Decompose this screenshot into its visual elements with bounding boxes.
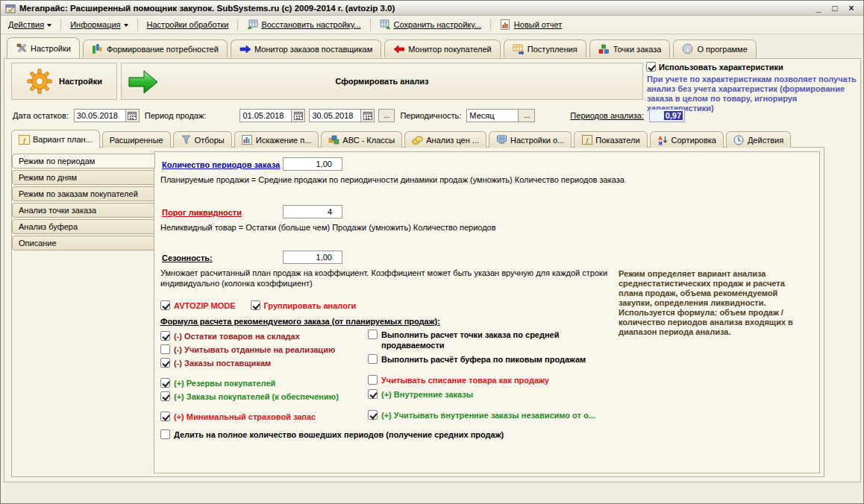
separator: [490, 19, 491, 31]
tab-about[interactable]: i О программе: [673, 40, 756, 57]
calendar-button[interactable]: [361, 109, 375, 122]
group-analogs-checkbox[interactable]: Группировать аналоги: [251, 300, 357, 311]
calendar-button[interactable]: [292, 109, 305, 122]
separator: [137, 19, 138, 31]
menu-restore-settings[interactable]: Восстановить настройку...: [244, 18, 363, 31]
stock-date-label: Дата остатков:: [11, 111, 70, 120]
safety-stock-checkbox[interactable]: (+) Минимальный страховой запас: [160, 412, 366, 422]
app-window: Мегапрайс: Расширенный помощник закупок.…: [0, 0, 864, 504]
tab-sorting[interactable]: АЯ Сортировка: [650, 131, 724, 148]
window-controls: _ □ ×: [813, 2, 860, 14]
mode-item-periods[interactable]: Режим по периодам: [12, 154, 155, 168]
tab-supplier-orders-monitor[interactable]: Монитор заказов поставщикам: [231, 40, 381, 57]
checkbox: [251, 300, 260, 310]
plan-variant-page: Режим по периодам Режим по дням Режим по…: [11, 147, 824, 477]
new-report-icon: [500, 19, 511, 30]
analysis-periods-link[interactable]: Периодов анализа:: [569, 111, 645, 120]
avtozip-mode-checkbox[interactable]: AVTOZIP MODE: [160, 300, 236, 311]
menu-save-settings[interactable]: Сохранить настройку...: [377, 18, 484, 31]
mode-description-text: Режим определяет вариант анализа среднес…: [619, 269, 799, 337]
tab-display-settings[interactable]: Настройки о...: [489, 131, 572, 148]
tab-demand-formation[interactable]: Формирование потребностей: [83, 40, 228, 57]
maximize-button[interactable]: □: [830, 2, 840, 14]
tab-extended[interactable]: Расширенные: [102, 131, 171, 148]
menu-information[interactable]: Информация: [67, 19, 131, 31]
menu-processing-settings[interactable]: Настройки обработки: [144, 19, 232, 31]
buyer-reserves-checkbox[interactable]: (+) Резервы покупателей: [160, 378, 366, 388]
info-icon: i: [682, 44, 693, 54]
order-periods-desc: Планируемые продажи = Средние продажи по…: [160, 175, 642, 186]
tab-abc-classes[interactable]: АВС - Классы: [321, 131, 402, 148]
generate-analysis-button[interactable]: Сформировать анализ: [121, 63, 643, 100]
tab-distortion[interactable]: Искажение п...: [234, 131, 319, 148]
checkbox: [160, 358, 170, 368]
mode-list: Режим по периодам Режим по дням Режим по…: [12, 154, 154, 252]
consignment-checkbox[interactable]: (-) Учитывать отданные на реализацию: [160, 344, 366, 355]
sales-period-label: Период продаж:: [143, 111, 208, 120]
internal-orders-checkbox[interactable]: (+) Внутренние заказы: [368, 389, 622, 400]
tab-plan-variant[interactable]: f Вариант план...: [11, 130, 100, 148]
sales-from-input[interactable]: [240, 109, 292, 122]
buffer-peak-checkbox[interactable]: Выполнить расчёт буфера по пиковым прода…: [368, 354, 622, 365]
tab-order-points[interactable]: Точки заказа: [589, 40, 671, 57]
tab-indicators[interactable]: f Показатели: [574, 131, 647, 148]
fx-icon: f: [19, 134, 30, 145]
tab-price-analysis[interactable]: Анализ цен ...: [404, 131, 486, 148]
seasonality-input[interactable]: 1,00: [283, 251, 342, 264]
tab-settings[interactable]: Настройки: [7, 37, 80, 58]
mode-item-days[interactable]: Режим по дням: [12, 170, 154, 185]
analysis-periods-input[interactable]: 0,97: [649, 109, 685, 122]
tab-buyers-monitor[interactable]: Монитор покупателей: [384, 40, 501, 57]
liquidity-threshold-input[interactable]: 4: [283, 205, 342, 218]
mode-item-description[interactable]: Описание: [12, 236, 154, 251]
liquidity-threshold-link[interactable]: Порог ликвидности: [162, 208, 242, 217]
internal-orders-independent-checkbox[interactable]: (+) Учитывать внутренние заказы независи…: [368, 410, 622, 420]
checkbox: [160, 429, 170, 439]
settings-button[interactable]: Настройки: [11, 63, 117, 100]
period-picker-button[interactable]: ...: [378, 109, 395, 122]
tab-filters[interactable]: Отборы: [173, 131, 232, 148]
app-icon: [4, 3, 16, 13]
monitor-icon: [496, 135, 507, 145]
tab-receipts[interactable]: Поступления: [504, 40, 586, 57]
mode-item-order-point[interactable]: Анализ точки заказа: [12, 203, 154, 218]
mode-item-buyer-orders[interactable]: Режим по заказам покупателей: [12, 186, 154, 201]
periodicity-label: Периодичность:: [398, 111, 463, 120]
dropdown-caret-icon: [124, 24, 128, 27]
menu-actions[interactable]: Действия: [5, 19, 54, 31]
generate-analysis-label: Сформировать анализ: [122, 77, 642, 86]
mode-item-buffer[interactable]: Анализ буфера: [12, 219, 154, 234]
periodicity-input[interactable]: [466, 109, 519, 122]
checkbox: [160, 412, 170, 421]
supplier-orders-checkbox[interactable]: (-) Заказы поставщикам: [160, 358, 366, 368]
separator: [60, 19, 61, 31]
gear-icon: [26, 68, 53, 95]
demand-bars-icon: [92, 44, 103, 54]
checkbox: [368, 330, 378, 339]
checkbox: [368, 354, 378, 364]
seasonality-link[interactable]: Сезонность:: [162, 253, 213, 262]
use-characteristics-checkbox[interactable]: Использовать характеристики: [646, 62, 783, 72]
order-periods-link[interactable]: Количество периодов заказа: [162, 160, 280, 169]
close-button[interactable]: ×: [846, 2, 857, 14]
menu-new-report[interactable]: Новый отчет: [497, 18, 565, 31]
analysis-periods-value: 0,97: [664, 111, 683, 120]
order-periods-input[interactable]: 1,00: [283, 157, 342, 171]
stock-date-input[interactable]: [74, 109, 126, 122]
stock-balances-checkbox[interactable]: (-) Остатки товаров на складах: [160, 331, 366, 341]
checkbox: [160, 391, 170, 401]
liquidity-desc: Неликвидный товар = Остатки (больше чем)…: [160, 223, 642, 233]
settings-tab-bar: f Вариант план... Расширенные Отборы Иск…: [11, 128, 791, 148]
tab-actions[interactable]: Действия: [726, 131, 791, 148]
writeoff-as-sale-checkbox[interactable]: Учитывать списание товара как продажу: [368, 375, 622, 385]
calendar-button[interactable]: [126, 109, 140, 122]
buyer-orders-checkbox[interactable]: (+) Заказы покупателей (к обеспечению): [160, 391, 366, 402]
divide-by-full-periods-checkbox[interactable]: Делить на полное количество вошедших пер…: [160, 429, 504, 440]
periodicity-select-button[interactable]: ...: [519, 109, 535, 122]
sort-az-icon: АЯ: [657, 135, 669, 145]
sales-to-input[interactable]: [309, 109, 361, 122]
svg-text:Я: Я: [659, 141, 663, 145]
minimize-button[interactable]: _: [813, 2, 824, 14]
order-point-avg-checkbox[interactable]: Выполнить расчет точки заказа по средней…: [368, 330, 622, 350]
clock-icon: [733, 135, 745, 145]
